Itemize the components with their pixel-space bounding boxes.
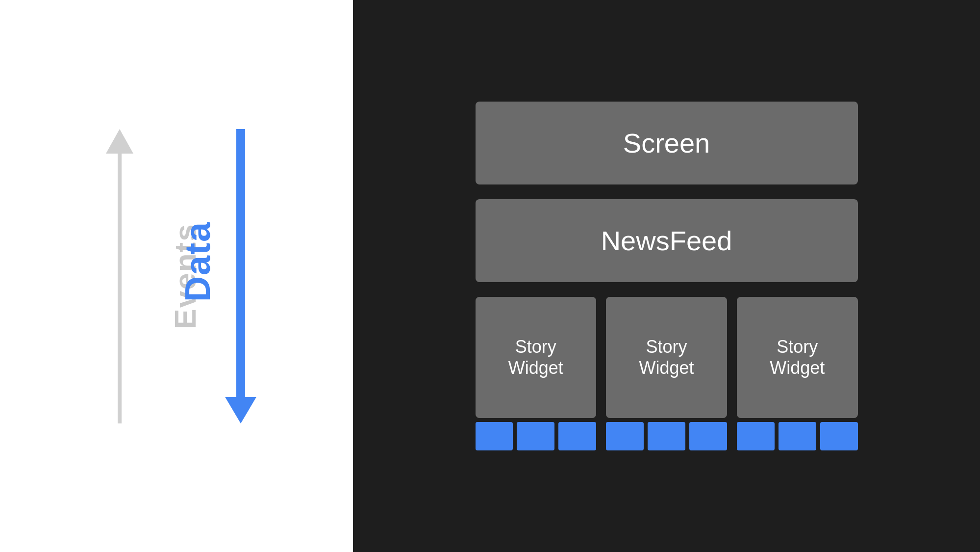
story-sub-item-1-1 <box>476 422 513 450</box>
right-panel: Screen NewsFeed StoryWidget StoryWidget <box>353 0 980 552</box>
story-sub-item-2-2 <box>648 422 685 450</box>
events-arrow: Events <box>118 129 122 423</box>
story-widget-box-3: StoryWidget <box>737 297 858 418</box>
story-widget-label-3: StoryWidget <box>770 336 825 378</box>
left-panel: Events Data <box>0 0 353 552</box>
story-widget-box-2: StoryWidget <box>606 297 727 418</box>
data-arrow: Data <box>236 129 245 423</box>
screen-label: Screen <box>623 127 710 159</box>
story-sub-item-3-1 <box>737 422 775 450</box>
newsfeed-label: NewsFeed <box>601 225 732 257</box>
story-sub-item-1-3 <box>558 422 596 450</box>
story-widget-group-3: StoryWidget <box>737 297 858 450</box>
story-sub-items-1 <box>476 422 597 450</box>
story-widget-label-2: StoryWidget <box>639 336 694 378</box>
arrows-container: Events Data <box>78 105 275 448</box>
story-sub-items-3 <box>737 422 858 450</box>
story-widgets-row: StoryWidget StoryWidget StoryWidget <box>476 297 858 450</box>
screen-box: Screen <box>476 102 858 184</box>
story-sub-item-3-2 <box>779 422 816 450</box>
story-widget-label-1: StoryWidget <box>508 336 563 378</box>
data-label: Data <box>177 221 218 301</box>
story-widget-group-2: StoryWidget <box>606 297 727 450</box>
story-widget-group-1: StoryWidget <box>476 297 597 450</box>
story-sub-item-1-2 <box>517 422 554 450</box>
newsfeed-box: NewsFeed <box>476 199 858 282</box>
story-sub-item-2-1 <box>606 422 644 450</box>
story-sub-item-2-3 <box>689 422 727 450</box>
story-sub-items-2 <box>606 422 727 450</box>
story-widget-box-1: StoryWidget <box>476 297 597 418</box>
story-sub-item-3-3 <box>820 422 858 450</box>
